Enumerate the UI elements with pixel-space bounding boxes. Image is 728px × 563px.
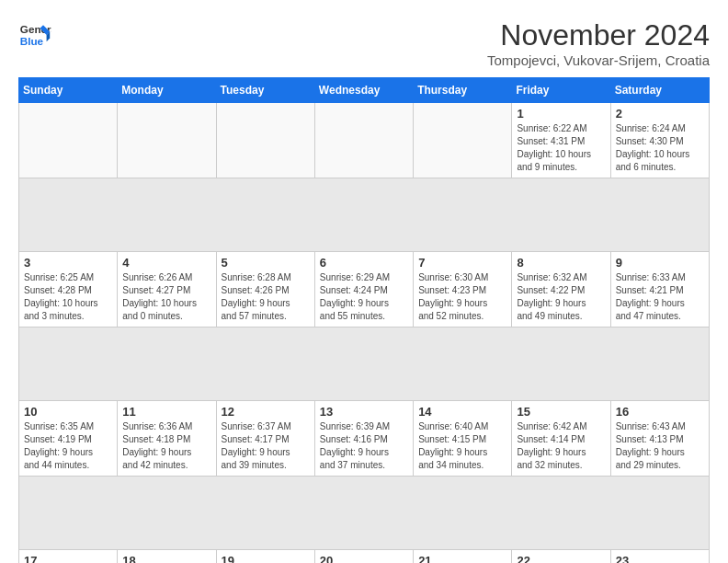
day-number: 7	[418, 256, 506, 270]
week-row-2: 3Sunrise: 6:25 AM Sunset: 4:28 PM Daylig…	[19, 252, 710, 327]
day-info: Sunrise: 6:42 AM Sunset: 4:14 PM Dayligh…	[517, 420, 605, 472]
calendar-cell: 6Sunrise: 6:29 AM Sunset: 4:24 PM Daylig…	[314, 252, 413, 327]
day-info: Sunrise: 6:33 AM Sunset: 4:21 PM Dayligh…	[616, 271, 704, 323]
calendar-cell: 18Sunrise: 6:46 AM Sunset: 4:11 PM Dayli…	[118, 550, 216, 564]
calendar-cell	[314, 103, 413, 178]
week-row-1: 1Sunrise: 6:22 AM Sunset: 4:31 PM Daylig…	[19, 103, 710, 178]
calendar-cell: 9Sunrise: 6:33 AM Sunset: 4:21 PM Daylig…	[610, 252, 709, 327]
day-number: 4	[122, 256, 210, 270]
week-row-4: 17Sunrise: 6:44 AM Sunset: 4:12 PM Dayli…	[19, 550, 710, 564]
calendar-cell: 20Sunrise: 6:48 AM Sunset: 4:09 PM Dayli…	[314, 550, 413, 564]
day-number: 22	[517, 554, 605, 563]
day-info: Sunrise: 6:22 AM Sunset: 4:31 PM Dayligh…	[517, 122, 605, 174]
logo-icon: General Blue	[18, 18, 51, 52]
day-number: 21	[418, 554, 506, 563]
day-number: 11	[122, 405, 210, 419]
calendar-cell: 12Sunrise: 6:37 AM Sunset: 4:17 PM Dayli…	[216, 401, 314, 477]
day-number: 15	[517, 405, 605, 419]
calendar-cell	[216, 103, 314, 178]
weekday-header-thursday: Thursday	[414, 78, 512, 103]
calendar-cell: 2Sunrise: 6:24 AM Sunset: 4:30 PM Daylig…	[610, 103, 709, 178]
day-info: Sunrise: 6:32 AM Sunset: 4:22 PM Dayligh…	[517, 271, 605, 323]
calendar-cell: 21Sunrise: 6:50 AM Sunset: 4:08 PM Dayli…	[414, 550, 512, 564]
day-info: Sunrise: 6:28 AM Sunset: 4:26 PM Dayligh…	[222, 271, 310, 323]
day-info: Sunrise: 6:35 AM Sunset: 4:19 PM Dayligh…	[24, 420, 112, 472]
day-number: 12	[222, 405, 310, 419]
header: General Blue November 2024 Tompojevci, V…	[18, 18, 710, 68]
calendar-cell: 5Sunrise: 6:28 AM Sunset: 4:26 PM Daylig…	[216, 252, 314, 327]
calendar-cell: 16Sunrise: 6:43 AM Sunset: 4:13 PM Dayli…	[610, 401, 709, 477]
calendar-cell: 7Sunrise: 6:30 AM Sunset: 4:23 PM Daylig…	[414, 252, 512, 327]
calendar-cell: 1Sunrise: 6:22 AM Sunset: 4:31 PM Daylig…	[512, 103, 610, 178]
weekday-header-monday: Monday	[118, 78, 216, 103]
week-spacer	[19, 178, 710, 252]
day-number: 13	[320, 405, 408, 419]
day-info: Sunrise: 6:24 AM Sunset: 4:30 PM Dayligh…	[616, 122, 704, 174]
day-number: 6	[320, 256, 408, 270]
weekday-header-sunday: Sunday	[19, 78, 118, 103]
day-number: 3	[24, 256, 112, 270]
day-number: 17	[24, 554, 112, 563]
calendar-cell: 11Sunrise: 6:36 AM Sunset: 4:18 PM Dayli…	[118, 401, 216, 477]
weekday-header-friday: Friday	[512, 78, 610, 103]
weekday-header-saturday: Saturday	[610, 78, 709, 103]
calendar-cell: 13Sunrise: 6:39 AM Sunset: 4:16 PM Dayli…	[314, 401, 413, 477]
calendar: SundayMondayTuesdayWednesdayThursdayFrid…	[18, 77, 710, 563]
calendar-cell: 8Sunrise: 6:32 AM Sunset: 4:22 PM Daylig…	[512, 252, 610, 327]
weekday-header-tuesday: Tuesday	[216, 78, 314, 103]
day-info: Sunrise: 6:29 AM Sunset: 4:24 PM Dayligh…	[320, 271, 408, 323]
day-number: 14	[418, 405, 506, 419]
week-row-3: 10Sunrise: 6:35 AM Sunset: 4:19 PM Dayli…	[19, 401, 710, 477]
day-info: Sunrise: 6:30 AM Sunset: 4:23 PM Dayligh…	[418, 271, 506, 323]
location-title: Tompojevci, Vukovar-Srijem, Croatia	[487, 52, 710, 68]
day-number: 19	[222, 554, 310, 563]
calendar-cell: 4Sunrise: 6:26 AM Sunset: 4:27 PM Daylig…	[118, 252, 216, 327]
day-info: Sunrise: 6:25 AM Sunset: 4:28 PM Dayligh…	[24, 271, 112, 323]
day-info: Sunrise: 6:26 AM Sunset: 4:27 PM Dayligh…	[122, 271, 210, 323]
weekday-header-wednesday: Wednesday	[314, 78, 413, 103]
day-info: Sunrise: 6:39 AM Sunset: 4:16 PM Dayligh…	[320, 420, 408, 472]
day-info: Sunrise: 6:40 AM Sunset: 4:15 PM Dayligh…	[418, 420, 506, 472]
day-number: 5	[222, 256, 310, 270]
day-number: 1	[517, 107, 605, 121]
weekday-header-row: SundayMondayTuesdayWednesdayThursdayFrid…	[19, 78, 710, 103]
title-area: November 2024 Tompojevci, Vukovar-Srijem…	[487, 18, 710, 68]
calendar-cell: 19Sunrise: 6:47 AM Sunset: 4:10 PM Dayli…	[216, 550, 314, 564]
day-number: 10	[24, 405, 112, 419]
week-spacer	[19, 477, 710, 550]
day-number: 2	[616, 107, 704, 121]
calendar-cell: 22Sunrise: 6:51 AM Sunset: 4:08 PM Dayli…	[512, 550, 610, 564]
day-number: 20	[320, 554, 408, 563]
calendar-cell	[118, 103, 216, 178]
calendar-cell: 10Sunrise: 6:35 AM Sunset: 4:19 PM Dayli…	[19, 401, 118, 477]
calendar-cell: 3Sunrise: 6:25 AM Sunset: 4:28 PM Daylig…	[19, 252, 118, 327]
day-number: 18	[122, 554, 210, 563]
month-title: November 2024	[487, 18, 710, 52]
day-number: 8	[517, 256, 605, 270]
day-info: Sunrise: 6:43 AM Sunset: 4:13 PM Dayligh…	[616, 420, 704, 472]
day-info: Sunrise: 6:37 AM Sunset: 4:17 PM Dayligh…	[222, 420, 310, 472]
svg-text:Blue: Blue	[20, 35, 44, 47]
calendar-cell	[19, 103, 118, 178]
logo: General Blue	[18, 18, 51, 52]
day-number: 16	[616, 405, 704, 419]
calendar-cell: 14Sunrise: 6:40 AM Sunset: 4:15 PM Dayli…	[414, 401, 512, 477]
week-spacer	[19, 327, 710, 401]
day-info: Sunrise: 6:36 AM Sunset: 4:18 PM Dayligh…	[122, 420, 210, 472]
day-number: 23	[616, 554, 704, 563]
calendar-cell: 15Sunrise: 6:42 AM Sunset: 4:14 PM Dayli…	[512, 401, 610, 477]
calendar-cell: 17Sunrise: 6:44 AM Sunset: 4:12 PM Dayli…	[19, 550, 118, 564]
calendar-cell	[414, 103, 512, 178]
day-number: 9	[616, 256, 704, 270]
calendar-cell: 23Sunrise: 6:52 AM Sunset: 4:07 PM Dayli…	[610, 550, 709, 564]
